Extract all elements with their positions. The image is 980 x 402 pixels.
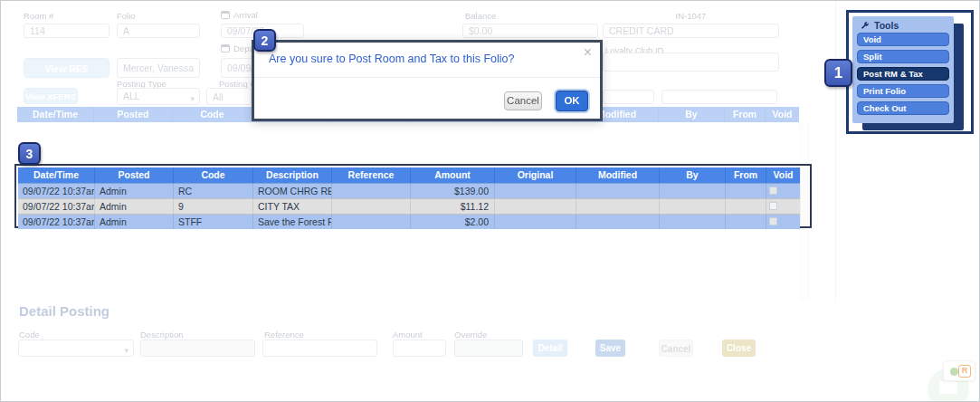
folio-label: Folio — [117, 11, 136, 21]
dp-override-label: Override — [454, 330, 487, 340]
dialog-divider — [254, 77, 600, 78]
detail-posting-title: Detail Posting — [19, 303, 109, 319]
loyalty-club-input[interactable] — [603, 53, 779, 72]
guest-name-input[interactable] — [117, 58, 200, 78]
posting-code-input[interactable] — [206, 88, 252, 105]
ok-button[interactable]: OK — [556, 91, 588, 111]
folio-grid-highlight: Date/Time Posted Code Description Refere… — [14, 164, 812, 228]
grid-scrollbar-track[interactable] — [800, 167, 809, 225]
dp-description-input[interactable] — [140, 340, 255, 357]
arrival-label: Arrival — [221, 10, 258, 20]
chevron-down-icon: ▾ — [190, 91, 195, 107]
step-badge-3: 3 — [18, 142, 41, 165]
tools-header: Tools — [852, 16, 954, 33]
dp-code-label: Code — [19, 330, 40, 340]
dp-description-label: Description — [140, 330, 184, 340]
column-header[interactable]: Date/Time — [18, 168, 95, 183]
balance-input[interactable] — [462, 24, 598, 38]
extension-badge[interactable]: R — [943, 360, 975, 381]
column-header[interactable]: Void — [766, 168, 800, 183]
filter-input-2[interactable] — [661, 90, 777, 104]
wrench-icon — [860, 21, 870, 31]
filter-input-1[interactable] — [603, 90, 654, 104]
step-badge-1: 1 — [824, 59, 852, 87]
confirm-dialog: Are you sure to Post Room and Tax to thi… — [252, 40, 603, 121]
step-badge-2: 2 — [253, 29, 276, 52]
column-header[interactable]: Posted — [95, 168, 174, 183]
void-checkbox[interactable] — [769, 217, 777, 225]
folio-grid-header: Date/Time Posted Code Description Refere… — [18, 168, 800, 183]
balance-label: Balance — [465, 11, 496, 21]
view-xfers-button[interactable]: View XFERS — [24, 88, 78, 104]
dp-amount-label: Amount — [393, 330, 423, 340]
column-header[interactable]: Description — [253, 168, 332, 183]
calendar-icon — [221, 44, 230, 53]
close-icon[interactable]: × — [584, 45, 592, 60]
check-out-button[interactable]: Check Out — [857, 101, 949, 115]
void-button[interactable]: Void — [857, 33, 949, 46]
tools-panel: Tools Void Split Post RM & Tax Print Fol… — [852, 16, 954, 123]
void-checkbox[interactable] — [769, 202, 777, 210]
table-row: 09/07/22 10:37am Admin 9 CITY TAX $11.12 — [18, 198, 800, 214]
room-number-input[interactable] — [24, 24, 109, 38]
room-number-label: Room # — [24, 11, 53, 21]
calendar-icon — [221, 11, 230, 19]
column-header[interactable]: By — [660, 168, 726, 183]
column-header[interactable]: Original — [495, 168, 576, 183]
split-button[interactable]: Split — [857, 50, 949, 63]
status-dot-icon — [950, 368, 958, 376]
column-header[interactable]: Reference — [332, 168, 411, 183]
dp-close-button[interactable]: Close — [722, 340, 756, 357]
column-header[interactable]: Amount — [411, 168, 495, 183]
payment-type-input[interactable] — [603, 24, 779, 38]
void-checkbox[interactable] — [769, 187, 777, 195]
view-res-button[interactable]: View RES — [24, 58, 109, 78]
posting-type-select[interactable]: ALL▾ — [117, 88, 200, 105]
folio-grid: Date/Time Posted Code Description Refere… — [18, 168, 800, 229]
dp-save-button[interactable]: Save — [595, 340, 625, 357]
invoice-number-label: IN-1047 — [603, 11, 779, 21]
dp-code-select[interactable]: ▾ — [18, 340, 134, 357]
column-header[interactable]: From — [726, 168, 766, 183]
dp-reference-input[interactable] — [262, 340, 377, 357]
column-header[interactable]: Modified — [576, 168, 660, 183]
chat-bubble-icon — [939, 381, 957, 394]
chevron-down-icon: ▾ — [124, 343, 128, 359]
tools-panel-highlight: Tools Void Split Post RM & Tax Print Fol… — [846, 10, 974, 134]
dp-detail-button[interactable]: Detail — [533, 340, 567, 357]
dp-amount-input[interactable] — [393, 340, 446, 357]
cancel-button[interactable]: Cancel — [504, 91, 542, 110]
table-row: 09/07/22 10:37am Admin RC ROOM CHRG REVE… — [18, 183, 800, 198]
table-row: 09/07/22 10:37am Admin STFF Save the For… — [18, 214, 800, 229]
tools-title: Tools — [874, 20, 899, 31]
folio-screen: Room # Folio Arrival Balance IN-1047 Dep… — [0, 0, 980, 402]
print-folio-button[interactable]: Print Folio — [857, 84, 949, 98]
extension-r-icon: R — [958, 365, 971, 378]
folio-input[interactable] — [117, 24, 200, 38]
dp-reference-label: Reference — [264, 330, 304, 340]
dp-override-input[interactable] — [454, 340, 523, 357]
content-divider-line — [835, 1, 836, 302]
dialog-message: Are you sure to Post Room and Tax to thi… — [269, 53, 514, 65]
dp-cancel-button[interactable]: Cancel — [659, 340, 693, 357]
column-header[interactable]: Code — [174, 168, 253, 183]
post-rm-tax-button[interactable]: Post RM & Tax — [857, 67, 949, 81]
